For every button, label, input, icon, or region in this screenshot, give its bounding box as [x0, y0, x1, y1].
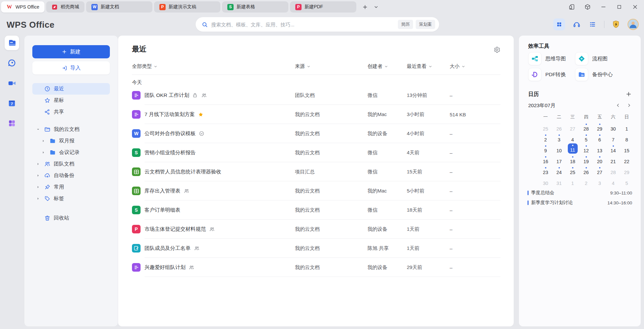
workspace-cube-icon[interactable]: [583, 3, 592, 11]
search-input[interactable]: [211, 22, 395, 27]
table-row[interactable]: 云文档管人员信息统计表理器验收项目汇总微信15天前–: [118, 162, 514, 181]
calendar-day[interactable]: 4: [606, 175, 620, 186]
calendar-day[interactable]: 16: [539, 154, 552, 164]
calendar-day[interactable]: 3: [552, 132, 566, 143]
rail-calendar-icon[interactable]: 7: [5, 96, 19, 110]
new-tab-button[interactable]: [361, 3, 369, 11]
calendar-event[interactable]: 新季度学习计划讨论14:30–16:00: [528, 198, 632, 208]
calendar-day[interactable]: 28: [606, 164, 620, 175]
filter-4[interactable]: 大小: [450, 63, 465, 70]
view-grid-toggle-icon[interactable]: [553, 18, 565, 30]
search-tag-plan[interactable]: 策划案: [416, 20, 435, 29]
calendar-next-icon[interactable]: [627, 103, 632, 108]
filter-2[interactable]: 创建者: [368, 63, 388, 70]
calendar-day[interactable]: 27: [593, 164, 606, 175]
tab-pdf[interactable]: P新建PDF: [290, 1, 356, 13]
support-headset-icon[interactable]: [572, 20, 581, 29]
table-row[interactable]: 兴趣爱好组队计划我的云文档我的设备29天前–: [118, 258, 514, 277]
rail-chat-icon[interactable]: [5, 56, 19, 70]
sidebar-item-share[interactable]: 共享: [32, 106, 110, 118]
tab-ppt[interactable]: P新建演示文稿: [154, 1, 220, 13]
tab-word[interactable]: W新建文档: [86, 1, 152, 13]
settings-gear-icon[interactable]: [493, 46, 500, 53]
tool-backupcenter[interactable]: 备份中心: [575, 68, 613, 81]
calendar-day[interactable]: 15: [620, 143, 633, 154]
member-badge-icon[interactable]: [612, 20, 620, 29]
calendar-prev-icon[interactable]: [616, 103, 621, 108]
calendar-day[interactable]: 30: [539, 175, 552, 186]
sidebar-item-pin[interactable]: 常用: [32, 181, 110, 193]
search-bar[interactable]: 简历 策划案: [196, 17, 439, 32]
calendar-day[interactable]: 7: [606, 132, 620, 143]
sidebar-item-trash[interactable]: 回收站: [32, 212, 110, 224]
sidebar-item-cloudfolder[interactable]: 我的云文档: [32, 124, 110, 135]
calendar-day[interactable]: 4: [566, 132, 579, 143]
calendar-day[interactable]: 29: [620, 164, 633, 175]
calendar-day[interactable]: 19: [579, 154, 593, 164]
tool-mindmap[interactable]: 思维导图: [528, 52, 566, 65]
mobile-device-icon[interactable]: [567, 3, 576, 11]
calendar-day[interactable]: 6: [593, 132, 606, 143]
caret-right-icon[interactable]: [42, 151, 46, 155]
calendar-day[interactable]: 8: [620, 132, 633, 143]
calendar-day[interactable]: 30: [606, 121, 620, 132]
calendar-event[interactable]: 季度总结会9:30–11:00: [528, 188, 632, 198]
table-row[interactable]: S客户订单明细表我的云文档微信18天前–: [118, 200, 514, 220]
calendar-add-icon[interactable]: [626, 91, 632, 98]
global-menu-icon[interactable]: [588, 20, 597, 29]
calendar-day[interactable]: 9: [539, 143, 552, 154]
calendar-day[interactable]: 27: [566, 121, 579, 132]
caret-right-icon[interactable]: [36, 174, 40, 178]
rail-documents-icon[interactable]: [5, 36, 19, 50]
calendar-day[interactable]: 25: [566, 164, 579, 175]
sidebar-item-star[interactable]: 星标: [32, 95, 110, 106]
calendar-day[interactable]: 18: [566, 154, 579, 164]
tab-list-chevron-down-icon[interactable]: [372, 3, 380, 11]
table-row[interactable]: W公司对外合作协议模板我的云文档我的设备4小时前–: [118, 124, 514, 143]
tool-flowchart[interactable]: 流程图: [575, 52, 608, 65]
calendar-day[interactable]: 24: [552, 164, 566, 175]
sidebar-item-team[interactable]: 团队文档: [32, 158, 110, 170]
sidebar-item-folder[interactable]: 双月报: [32, 135, 110, 147]
table-row[interactable]: P市场主体登记提交材料规范我的云文档我的设备1天前–: [118, 220, 514, 239]
calendar-day-selected[interactable]: 11: [566, 143, 579, 154]
new-document-button[interactable]: 新建: [32, 45, 110, 58]
calendar-day[interactable]: 23: [539, 164, 552, 175]
calendar-day[interactable]: 25: [539, 121, 552, 132]
sidebar-item-tag[interactable]: 标签: [32, 193, 110, 204]
calendar-day[interactable]: 5: [579, 132, 593, 143]
caret-down-icon[interactable]: [36, 128, 40, 132]
rail-apps-icon[interactable]: [5, 116, 19, 131]
calendar-day[interactable]: 10: [552, 143, 566, 154]
table-row[interactable]: 7 月线下活动策划方案我的云文档我的Mac3小时前514 KB: [118, 105, 514, 124]
calendar-day[interactable]: 2: [579, 175, 593, 186]
calendar-day[interactable]: 22: [620, 154, 633, 164]
close-button[interactable]: [631, 3, 639, 11]
calendar-day[interactable]: 31: [552, 175, 566, 186]
tab-wps[interactable]: WWPS Office: [1, 1, 45, 13]
calendar-day[interactable]: 13: [593, 143, 606, 154]
tab-sheet[interactable]: S新建表格: [222, 1, 288, 13]
calendar-day[interactable]: 12: [579, 143, 593, 154]
caret-right-icon[interactable]: [36, 185, 40, 189]
filter-3[interactable]: 最近查看: [407, 63, 432, 70]
calendar-day[interactable]: 17: [552, 154, 566, 164]
minimize-button[interactable]: [599, 3, 608, 11]
calendar-day[interactable]: 20: [593, 154, 606, 164]
filter-1[interactable]: 来源: [295, 63, 310, 70]
caret-right-icon[interactable]: [42, 139, 46, 143]
table-row[interactable]: 团队 OKR 工作计划团队文档微信13分钟前–: [118, 86, 514, 105]
filter-0[interactable]: 全部类型: [132, 63, 157, 70]
sidebar-item-clock[interactable]: 最近: [32, 83, 110, 95]
tool-pdfconvert[interactable]: PDF转换: [528, 68, 566, 81]
calendar-day[interactable]: 21: [606, 154, 620, 164]
calendar-day[interactable]: 3: [593, 175, 606, 186]
calendar-day[interactable]: 2: [539, 132, 552, 143]
tab-docer[interactable]: 稻壳商城: [46, 1, 84, 13]
calendar-day[interactable]: 14: [606, 143, 620, 154]
table-row[interactable]: 团队成员及分工名单我的云文档陈旭 共享1天前–: [118, 239, 514, 258]
calendar-day[interactable]: 26: [579, 164, 593, 175]
user-avatar[interactable]: [628, 19, 639, 30]
table-row[interactable]: 库存出入管理表我的云文档我的Mac5小时前–: [118, 181, 514, 200]
caret-right-icon[interactable]: [36, 197, 40, 201]
